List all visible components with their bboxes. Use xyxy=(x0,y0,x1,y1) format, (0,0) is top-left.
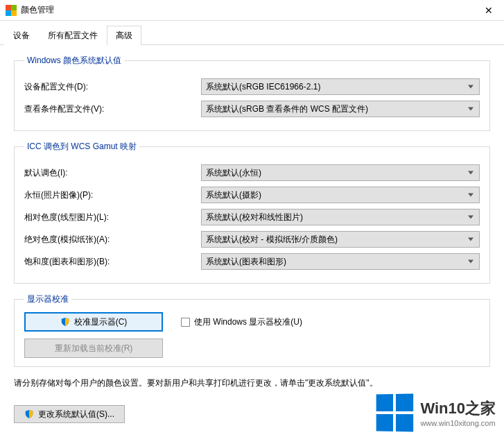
perpetual-label: 永恒(照片图像)(P): xyxy=(24,189,201,201)
note-text: 请分别存储对每个用户的颜色设置。要对新用户和共享打印机进行更改，请单击"更改系统… xyxy=(14,377,490,390)
tab-device-label: 设备 xyxy=(13,31,30,40)
device-profile-label: 设备配置文件(D): xyxy=(24,81,201,93)
saturation-combo[interactable]: 系统默认(图表和图形) xyxy=(201,253,480,270)
reload-calibration-label: 重新加载当前校准(R) xyxy=(55,343,133,354)
saturation-label: 饱和度(图表和图形)(B): xyxy=(24,256,201,268)
change-system-defaults-label: 更改系统默认值(S)... xyxy=(38,409,114,420)
device-profile-combo[interactable]: 系统默认(sRGB IEC61966-2.1) xyxy=(201,78,480,95)
titlebar-left: 颜色管理 xyxy=(6,4,54,16)
calibrate-display-button[interactable]: 校准显示器(C) xyxy=(24,312,163,332)
close-icon: ✕ xyxy=(485,5,493,16)
relative-label: 相对色度(线型图片)(L): xyxy=(24,212,201,223)
group-icc-mapping: ICC 调色到 WCS Gamut 映射 默认调色(I): 系统默认(永恒) 永… xyxy=(14,141,490,284)
tab-advanced-label: 高级 xyxy=(116,31,132,40)
tab-profiles[interactable]: 所有配置文件 xyxy=(39,26,107,45)
saturation-value: 系统默认(图表和图形) xyxy=(206,256,286,268)
use-windows-calibration-checkbox[interactable] xyxy=(181,318,190,327)
watermark-title: Win10之家 xyxy=(420,398,496,419)
tab-device[interactable]: 设备 xyxy=(4,26,39,45)
app-icon xyxy=(6,5,17,16)
calibrate-display-label: 校准显示器(C) xyxy=(74,316,128,328)
shield-icon xyxy=(60,317,70,327)
tab-content: Windows 颜色系统默认值 设备配置文件(D): 系统默认(sRGB IEC… xyxy=(0,45,504,423)
titlebar: 颜色管理 ✕ xyxy=(0,0,504,21)
relative-value: 系统默认(校对和线性图片) xyxy=(206,212,303,223)
window-title: 颜色管理 xyxy=(21,4,54,16)
perpetual-value: 系统默认(摄影) xyxy=(206,189,261,201)
absolute-combo[interactable]: 系统默认(校对 - 模拟纸张/介质颜色) xyxy=(201,231,480,248)
reload-calibration-button[interactable]: 重新加载当前校准(R) xyxy=(24,339,163,358)
default-intent-label: 默认调色(I): xyxy=(24,167,201,179)
shield-icon xyxy=(24,409,34,419)
relative-combo[interactable]: 系统默认(校对和线性图片) xyxy=(201,209,480,225)
group-icc-legend: ICC 调色到 WCS Gamut 映射 xyxy=(24,141,139,153)
device-profile-value: 系统默认(sRGB IEC61966-2.1) xyxy=(206,81,320,93)
group-color-defaults-legend: Windows 颜色系统默认值 xyxy=(24,55,124,67)
watermark-url: www.win10xitong.com xyxy=(420,419,496,427)
group-color-defaults: Windows 颜色系统默认值 设备配置文件(D): 系统默认(sRGB IEC… xyxy=(14,55,490,131)
viewing-profile-combo[interactable]: 系统默认(sRGB 查看条件的 WCS 配置文件) xyxy=(201,101,480,117)
perpetual-combo[interactable]: 系统默认(摄影) xyxy=(201,187,480,203)
use-windows-calibration-row: 使用 Windows 显示器校准(U) xyxy=(181,312,302,328)
default-intent-value: 系统默认(永恒) xyxy=(206,167,261,179)
tab-advanced[interactable]: 高级 xyxy=(107,26,141,45)
windows-logo-icon xyxy=(376,394,413,432)
group-calib-legend: 显示器校准 xyxy=(24,293,71,305)
absolute-label: 绝对色度(模拟纸张)(A): xyxy=(24,234,201,246)
absolute-value: 系统默认(校对 - 模拟纸张/介质颜色) xyxy=(206,234,338,246)
viewing-profile-value: 系统默认(sRGB 查看条件的 WCS 配置文件) xyxy=(206,103,368,115)
use-windows-calibration-label: 使用 Windows 显示器校准(U) xyxy=(194,316,302,328)
group-display-calibration: 显示器校准 校准显示器(C) 重新加载当前校准(R) 使用 Windows 显示… xyxy=(14,293,490,367)
watermark: Win10之家 www.win10xitong.com xyxy=(376,394,496,431)
default-intent-combo[interactable]: 系统默认(永恒) xyxy=(201,164,480,181)
tab-profiles-label: 所有配置文件 xyxy=(48,31,98,40)
viewing-profile-label: 查看条件配置文件(V): xyxy=(24,103,201,115)
change-system-defaults-button[interactable]: 更改系统默认值(S)... xyxy=(14,405,125,423)
close-button[interactable]: ✕ xyxy=(473,0,504,21)
tab-strip: 设备 所有配置文件 高级 xyxy=(0,21,504,45)
